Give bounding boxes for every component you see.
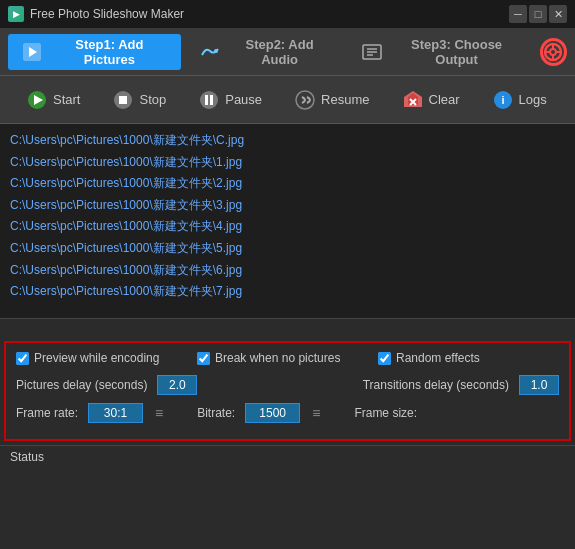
list-item[interactable]: C:\Users\pc\Pictures\1000\新建文件夹\2.jpg (10, 173, 565, 195)
status-bar: Status (0, 445, 575, 467)
list-item[interactable]: C:\Users\pc\Pictures\1000\新建文件夹\4.jpg (10, 216, 565, 238)
logs-label: Logs (519, 92, 547, 107)
step3-icon (360, 40, 383, 64)
bitrate-label: Bitrate: (197, 406, 235, 420)
preview-encoding-label: Preview while encoding (34, 351, 159, 365)
list-item[interactable]: C:\Users\pc\Pictures\1000\新建文件夹\C.jpg (10, 130, 565, 152)
steps-bar: Step1: Add Pictures Step2: Add Audio Ste… (0, 28, 575, 76)
resume-button[interactable]: Resume (280, 83, 383, 117)
svg-point-17 (200, 91, 218, 109)
break-no-pictures-item: Break when no pictures (197, 351, 378, 365)
stop-button[interactable]: Stop (98, 83, 180, 117)
step2-icon (197, 40, 220, 64)
start-button[interactable]: Start (12, 83, 94, 117)
title-bar: ▶ Free Photo Slideshow Maker ─ □ ✕ (0, 0, 575, 28)
logs-button[interactable]: i Logs (478, 83, 561, 117)
app-title: Free Photo Slideshow Maker (30, 7, 184, 21)
frame-rate-input[interactable] (88, 403, 143, 423)
random-effects-checkbox[interactable] (378, 352, 391, 365)
resume-label: Resume (321, 92, 369, 107)
logs-icon: i (492, 89, 514, 111)
delay-row: Pictures delay (seconds) Transitions del… (16, 375, 559, 395)
frame-rate-equals-icon: ≡ (155, 405, 163, 421)
minimize-button[interactable]: ─ (509, 5, 527, 23)
break-no-pictures-label: Break when no pictures (215, 351, 340, 365)
close-button[interactable]: ✕ (549, 5, 567, 23)
list-item[interactable]: C:\Users\pc\Pictures\1000\新建文件夹\1.jpg (10, 152, 565, 174)
pause-icon (198, 89, 220, 111)
transitions-delay-input[interactable] (519, 375, 559, 395)
pictures-delay-input[interactable] (157, 375, 197, 395)
break-no-pictures-checkbox[interactable] (197, 352, 210, 365)
list-item[interactable]: C:\Users\pc\Pictures\1000\新建文件夹\6.jpg (10, 260, 565, 282)
start-icon (26, 89, 48, 111)
stop-label: Stop (139, 92, 166, 107)
step3-button[interactable]: Step3: Choose Output (348, 34, 535, 70)
file-area: C:\Users\pc\Pictures\1000\新建文件夹\C.jpg C:… (0, 124, 575, 319)
step2-label: Step2: Add Audio (227, 37, 332, 67)
random-effects-label: Random effects (396, 351, 480, 365)
stop-icon (112, 89, 134, 111)
status-text: Status (10, 450, 44, 464)
step1-label: Step1: Add Pictures (49, 37, 169, 67)
help-button[interactable] (540, 38, 567, 66)
list-item[interactable]: C:\Users\pc\Pictures\1000\新建文件夹\5.jpg (10, 238, 565, 260)
settings-panel: Preview while encoding Break when no pic… (4, 341, 571, 441)
checkboxes-row: Preview while encoding Break when no pic… (16, 351, 559, 365)
pause-button[interactable]: Pause (184, 83, 276, 117)
app-icon: ▶ (8, 6, 24, 22)
pictures-delay-label: Pictures delay (seconds) (16, 378, 147, 392)
frame-size-label: Frame size: (354, 406, 417, 420)
list-item[interactable]: C:\Users\pc\Pictures\1000\新建文件夹\3.jpg (10, 195, 565, 217)
clear-icon (402, 89, 424, 111)
maximize-button[interactable]: □ (529, 5, 547, 23)
transitions-delay-label: Transitions delay (seconds) (363, 378, 509, 392)
random-effects-item: Random effects (378, 351, 559, 365)
svg-rect-18 (205, 95, 208, 105)
step3-label: Step3: Choose Output (390, 37, 524, 67)
list-item[interactable]: C:\Users\pc\Pictures\1000\新建文件夹\7.jpg (10, 281, 565, 303)
title-controls: ─ □ ✕ (509, 5, 567, 23)
svg-point-2 (214, 49, 218, 53)
svg-rect-19 (210, 95, 213, 105)
preview-encoding-checkbox[interactable] (16, 352, 29, 365)
pause-label: Pause (225, 92, 262, 107)
step2-button[interactable]: Step2: Add Audio (185, 34, 344, 70)
technical-row: Frame rate: ≡ Bitrate: ≡ Frame size: (16, 403, 559, 423)
svg-rect-16 (119, 96, 127, 104)
resume-icon (294, 89, 316, 111)
bitrate-equals-icon: ≡ (312, 405, 320, 421)
toolbar: Start Stop Pause Resume (0, 76, 575, 124)
svg-point-8 (550, 49, 556, 55)
frame-rate-label: Frame rate: (16, 406, 78, 420)
svg-text:i: i (501, 94, 504, 106)
bitrate-input[interactable] (245, 403, 300, 423)
title-bar-left: ▶ Free Photo Slideshow Maker (8, 6, 184, 22)
preview-encoding-item: Preview while encoding (16, 351, 197, 365)
start-label: Start (53, 92, 80, 107)
step1-button[interactable]: Step1: Add Pictures (8, 34, 181, 70)
step1-icon (20, 40, 43, 64)
clear-button[interactable]: Clear (388, 83, 474, 117)
clear-label: Clear (429, 92, 460, 107)
file-list: C:\Users\pc\Pictures\1000\新建文件夹\C.jpg C:… (10, 130, 565, 312)
